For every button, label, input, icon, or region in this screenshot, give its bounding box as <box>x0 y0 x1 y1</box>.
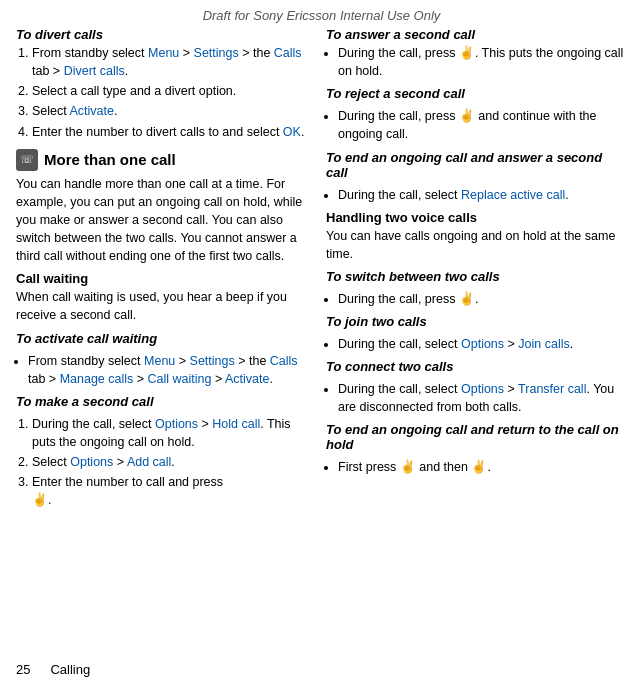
add-call-link[interactable]: Add call <box>127 455 171 469</box>
more-than-one-body: You can handle more than one call at a t… <box>16 175 316 266</box>
call-waiting-body: When call waiting is used, you hear a be… <box>16 288 316 324</box>
switch-two-title: To switch between two calls <box>326 269 627 284</box>
call-icon-2: ✌ <box>459 46 475 60</box>
transfer-call-link[interactable]: Transfer call <box>518 382 586 396</box>
connect-two-list: During the call, select Options > Transf… <box>326 380 627 416</box>
footer: 25 Calling <box>16 662 90 677</box>
switch-two-item: During the call, press ✌. <box>338 290 627 308</box>
step-4: Enter the number to divert calls to and … <box>32 123 316 141</box>
connect-two-item: During the call, select Options > Transf… <box>338 380 627 416</box>
manage-calls-link[interactable]: Manage calls <box>60 372 134 386</box>
calls-link-2[interactable]: Calls <box>270 354 298 368</box>
make-second-step-1: During the call, select Options > Hold c… <box>32 415 316 451</box>
page-wrapper: Draft for Sony Ericsson Internal Use Onl… <box>0 0 643 685</box>
settings-link-1[interactable]: Settings <box>194 46 239 60</box>
activate-link-2[interactable]: Activate <box>225 372 269 386</box>
page-number: 25 <box>16 662 30 677</box>
make-second-title: To make a second call <box>16 394 316 409</box>
join-two-item: During the call, select Options > Join c… <box>338 335 627 353</box>
activate-waiting-title: To activate call waiting <box>16 331 316 346</box>
end-call-icon-2: ✌ <box>400 460 416 474</box>
options-link-2[interactable]: Options <box>70 455 113 469</box>
more-than-one-title: More than one call <box>44 151 176 168</box>
make-second-steps: During the call, select Options > Hold c… <box>16 415 316 510</box>
end-answer-item: During the call, select Replace active c… <box>338 186 627 204</box>
end-return-item: First press ✌ and then ✌. <box>338 458 627 476</box>
left-column: To divert calls From standby select Menu… <box>16 27 316 511</box>
make-second-step-3: Enter the number to call and press ✌. <box>32 473 316 509</box>
join-calls-link[interactable]: Join calls <box>518 337 569 351</box>
handling-two-body: You can have calls ongoing and on hold a… <box>326 227 627 263</box>
reject-second-title: To reject a second call <box>326 86 627 101</box>
reject-second-item: During the call, press ✌ and continue wi… <box>338 107 627 143</box>
menu-link-2[interactable]: Menu <box>144 354 175 368</box>
connect-two-title: To connect two calls <box>326 359 627 374</box>
reject-second-list: During the call, press ✌ and continue wi… <box>326 107 627 143</box>
make-second-step-2: Select Options > Add call. <box>32 453 316 471</box>
right-column: To answer a second call During the call,… <box>326 27 627 511</box>
end-call-icon-1: ✌ <box>459 109 475 123</box>
calls-link-1[interactable]: Calls <box>274 46 302 60</box>
main-content: To divert calls From standby select Menu… <box>0 27 643 511</box>
activate-waiting-item: From standby select Menu > Settings > th… <box>28 352 316 388</box>
more-than-one-heading: ☏ More than one call <box>16 149 316 171</box>
step-3: Select Activate. <box>32 102 316 120</box>
join-two-title: To join two calls <box>326 314 627 329</box>
phone-multiple-icon: ☏ <box>16 149 38 171</box>
divert-calls-link[interactable]: Divert calls <box>64 64 125 78</box>
options-link-4[interactable]: Options <box>461 382 504 396</box>
end-answer-title: To end an ongoing call and answer a seco… <box>326 150 627 180</box>
ok-link[interactable]: OK <box>283 125 301 139</box>
options-link-1[interactable]: Options <box>155 417 198 431</box>
call-icon-4: ✌ <box>471 460 487 474</box>
divert-calls-steps: From standby select Menu > Settings > th… <box>16 44 316 141</box>
activate-waiting-list: From standby select Menu > Settings > th… <box>16 352 316 388</box>
options-link-3[interactable]: Options <box>461 337 504 351</box>
call-waiting-heading: Call waiting <box>16 271 316 286</box>
answer-second-title: To answer a second call <box>326 27 627 42</box>
divert-calls-title: To divert calls <box>16 27 316 42</box>
switch-two-list: During the call, press ✌. <box>326 290 627 308</box>
answer-second-list: During the call, press ✌. This puts the … <box>326 44 627 80</box>
end-answer-list: During the call, select Replace active c… <box>326 186 627 204</box>
call-waiting-link[interactable]: Call waiting <box>148 372 212 386</box>
end-return-list: First press ✌ and then ✌. <box>326 458 627 476</box>
replace-active-link[interactable]: Replace active call <box>461 188 565 202</box>
call-icon-3: ✌ <box>459 292 475 306</box>
draft-header: Draft for Sony Ericsson Internal Use Onl… <box>0 0 643 27</box>
divert-calls-section: To divert calls From standby select Menu… <box>16 27 316 141</box>
activate-link-1[interactable]: Activate <box>70 104 114 118</box>
hold-call-link[interactable]: Hold call <box>212 417 260 431</box>
handling-two-heading: Handling two voice calls <box>326 210 627 225</box>
call-icon-1: ✌ <box>32 493 48 507</box>
settings-link-2[interactable]: Settings <box>190 354 235 368</box>
end-return-title: To end an ongoing call and return to the… <box>326 422 627 452</box>
step-1: From standby select Menu > Settings > th… <box>32 44 316 80</box>
menu-link-1[interactable]: Menu <box>148 46 179 60</box>
join-two-list: During the call, select Options > Join c… <box>326 335 627 353</box>
answer-second-item: During the call, press ✌. This puts the … <box>338 44 627 80</box>
step-2: Select a call type and a divert option. <box>32 82 316 100</box>
footer-section: Calling <box>50 662 90 677</box>
